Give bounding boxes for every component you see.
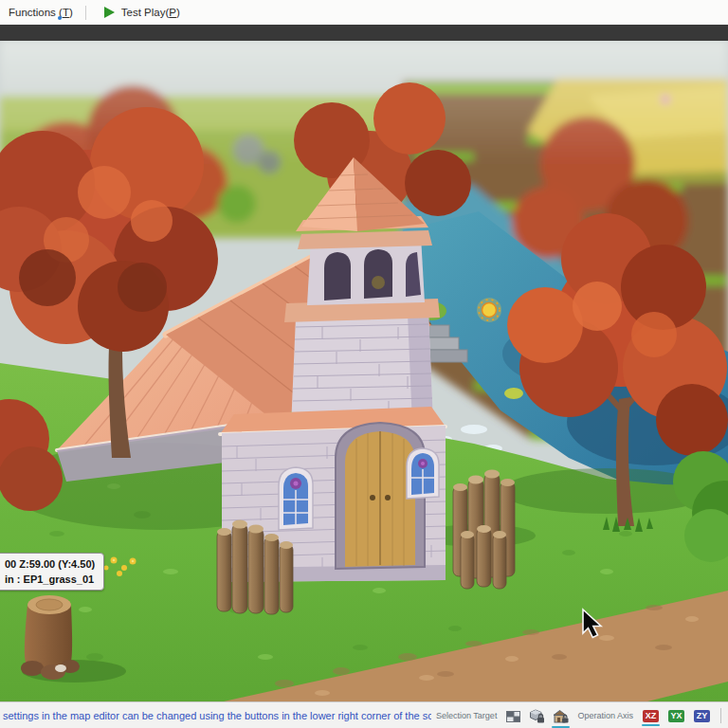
- axis-zy-button[interactable]: ZY: [694, 710, 710, 722]
- play-icon: [104, 7, 115, 18]
- menu-test-play[interactable]: Test Play(P): [90, 0, 189, 25]
- building-lock-button[interactable]: [553, 708, 569, 724]
- coords-tooltip: 00 Z:59.00 (Y:4.50) in : EP1_grass_01: [0, 553, 104, 591]
- axis-yx-button[interactable]: YX: [668, 710, 684, 722]
- tile-parts-button[interactable]: [505, 708, 521, 724]
- menu-test-play-label-post: ): [176, 7, 180, 18]
- light-tint: [0, 41, 728, 701]
- scene-render: [0, 41, 728, 701]
- terrain-line: in : EP1_grass_01: [5, 572, 95, 587]
- axis-xz-label: XZ: [646, 711, 657, 720]
- menu-functions-key: T: [63, 7, 69, 18]
- axis-yx-label: YX: [670, 711, 682, 720]
- tile-parts-icon: [505, 708, 521, 724]
- menu-test-play-label-pre: Test Play(: [121, 7, 170, 18]
- toolbar-strip: [0, 25, 728, 41]
- selection-target-label: Selection Target: [436, 711, 497, 720]
- menu-separator: [85, 6, 86, 20]
- menu-bar: Functions (T) Test Play(P): [0, 0, 728, 26]
- axis-xz-button[interactable]: XZ: [643, 710, 659, 722]
- map-editor-window: Functions (T) Test Play(P): [0, 0, 728, 728]
- menu-functions[interactable]: Functions (T): [0, 0, 82, 25]
- menu-test-play-key: P: [169, 7, 176, 18]
- selected-underline: [642, 724, 660, 726]
- notification-dot: [58, 16, 62, 20]
- viewport-3d[interactable]: 00 Z:59.00 (Y:4.50) in : EP1_grass_01: [0, 41, 728, 701]
- statusbar-separator: [720, 708, 721, 723]
- selected-underline: [552, 726, 570, 728]
- object-lock-icon: [529, 708, 545, 724]
- coords-line: 00 Z:59.00 (Y:4.50): [5, 556, 95, 572]
- operation-axis-label: Operation Axis: [577, 711, 633, 720]
- axis-zy-label: ZY: [697, 711, 708, 720]
- menu-functions-label-post: ): [69, 7, 73, 18]
- object-lock-button[interactable]: [529, 708, 545, 724]
- menu-functions-label-pre: Functions (: [9, 7, 63, 18]
- status-message: settings in the map editor can be change…: [0, 710, 431, 721]
- building-lock-icon: [553, 708, 569, 724]
- status-bar: settings in the map editor can be change…: [0, 701, 728, 728]
